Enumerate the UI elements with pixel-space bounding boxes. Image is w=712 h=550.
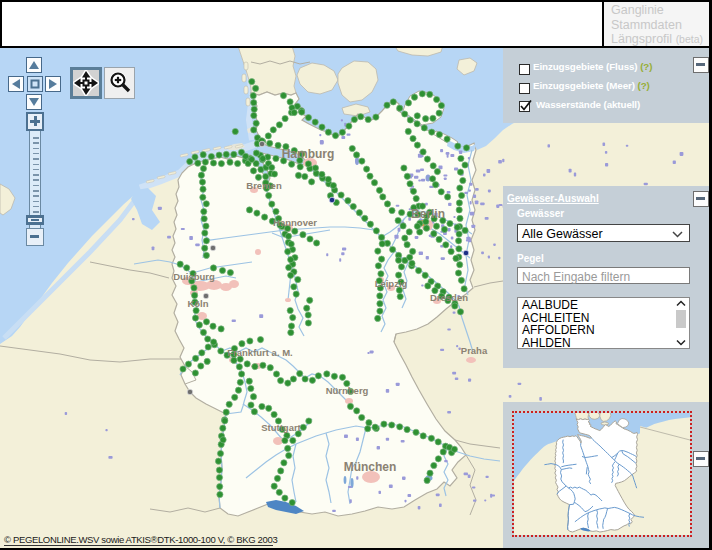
svg-text:Duisburg: Duisburg: [173, 271, 215, 282]
svg-text:Leipzig: Leipzig: [375, 278, 408, 289]
svg-text:Praha: Praha: [461, 345, 488, 356]
svg-text:© PEGELONLINE.WSV sowie ATKIS®: © PEGELONLINE.WSV sowie ATKIS®DTK-1000-1…: [4, 534, 277, 545]
svg-text:München: München: [344, 460, 397, 474]
svg-text:Hamburg: Hamburg: [282, 147, 335, 161]
svg-text:Stuttgart: Stuttgart: [261, 422, 301, 433]
svg-text:Bremen: Bremen: [246, 180, 282, 191]
svg-text:Köln: Köln: [187, 298, 208, 309]
svg-text:Dresden: Dresden: [430, 292, 468, 303]
svg-text:Nürnberg: Nürnberg: [326, 385, 369, 396]
svg-text:Berlin: Berlin: [411, 207, 445, 221]
svg-text:Hannover: Hannover: [273, 217, 317, 228]
svg-text:Frankfurt a. M.: Frankfurt a. M.: [227, 347, 292, 358]
